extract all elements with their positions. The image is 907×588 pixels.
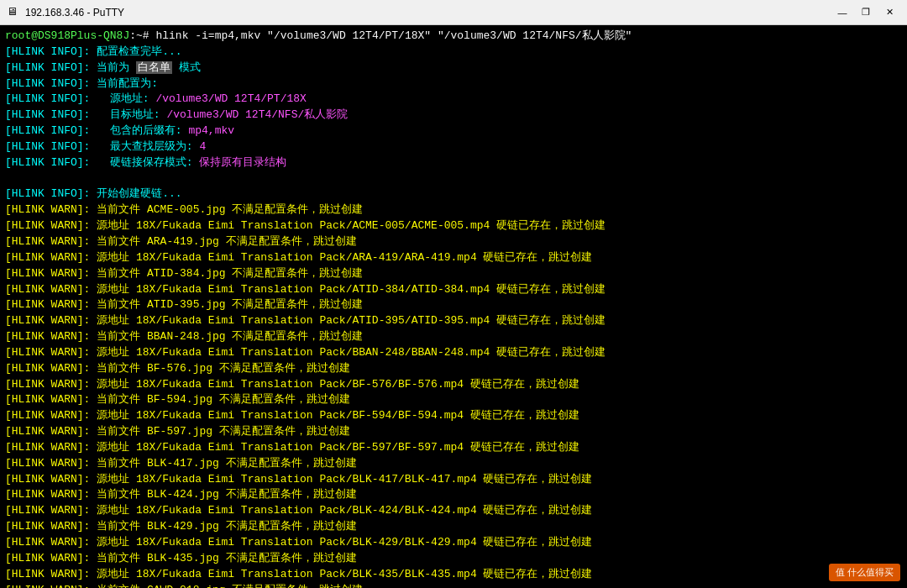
terminal-line: [HLINK WARN]: 源地址 18X/Fukada Eimi Transl… — [5, 567, 902, 583]
title-bar-left: 🖥 192.168.3.46 - PuTTY — [7, 6, 124, 19]
terminal-line: [HLINK WARN]: 源地址 18X/Fukada Eimi Transl… — [5, 218, 902, 234]
terminal-line: [HLINK WARN]: 当前文件 BF-576.jpg 不满足配置条件，跳过… — [5, 361, 902, 377]
terminal-line: [HLINK WARN]: 源地址 18X/Fukada Eimi Transl… — [5, 535, 902, 551]
terminal-line: [HLINK WARN]: 源地址 18X/Fukada Eimi Transl… — [5, 313, 902, 329]
title-bar: 🖥 192.168.3.46 - PuTTY — ❐ ✕ — [0, 0, 907, 25]
terminal-line: [HLINK WARN]: 源地址 18X/Fukada Eimi Transl… — [5, 377, 902, 393]
terminal-line: [HLINK INFO]: 配置检查完毕... — [5, 45, 902, 60]
terminal-line: [HLINK INFO]: 当前为 白名单 模式 — [5, 60, 902, 76]
terminal-line: [HLINK INFO]: 目标地址: /volume3/WD 12T4/NFS… — [5, 108, 902, 123]
terminal-line: [HLINK WARN]: 当前文件 BF-597.jpg 不满足配置条件，跳过… — [5, 424, 902, 440]
putty-icon: 🖥 — [7, 6, 20, 19]
terminal-line: [HLINK WARN]: 当前文件 BLK-417.jpg 不满足配置条件，跳… — [5, 456, 902, 472]
terminal-line: [HLINK WARN]: 当前文件 BLK-429.jpg 不满足配置条件，跳… — [5, 519, 902, 535]
terminal-line: [HLINK INFO]: 最大查找层级为: 4 — [5, 139, 902, 155]
minimize-button[interactable]: — — [831, 3, 853, 22]
terminal-line: [HLINK WARN]: 源地址 18X/Fukada Eimi Transl… — [5, 503, 902, 519]
terminal-line: [HLINK WARN]: 源地址 18X/Fukada Eimi Transl… — [5, 472, 902, 488]
terminal-line — [5, 171, 902, 187]
terminal-line: [HLINK WARN]: 当前文件 ATID-395.jpg 不满足配置条件，… — [5, 297, 902, 313]
terminal-line: [HLINK WARN]: 源地址 18X/Fukada Eimi Transl… — [5, 345, 902, 361]
terminal-line: [HLINK WARN]: 当前文件 ARA-419.jpg 不满足配置条件，跳… — [5, 234, 902, 250]
terminal-window[interactable]: root@DS918Plus-QN8J:~# hlink -i=mp4,mkv … — [0, 25, 907, 588]
terminal-line: [HLINK WARN]: 源地址 18X/Fukada Eimi Transl… — [5, 282, 902, 298]
terminal-line: [HLINK WARN]: 当前文件 BBAN-248.jpg 不满足配置条件，… — [5, 329, 902, 345]
window-title: 192.168.3.46 - PuTTY — [25, 7, 124, 18]
terminal-line: [HLINK INFO]: 当前配置为: — [5, 76, 902, 92]
terminal-line: [HLINK WARN]: 当前文件 ACME-005.jpg 不满足配置条件，… — [5, 202, 902, 218]
terminal-line: [HLINK WARN]: 当前文件 BF-594.jpg 不满足配置条件，跳过… — [5, 392, 902, 408]
terminal-line: [HLINK WARN]: 当前文件 BLK-424.jpg 不满足配置条件，跳… — [5, 487, 902, 503]
close-button[interactable]: ✕ — [878, 3, 900, 22]
terminal-line: [HLINK WARN]: 源地址 18X/Fukada Eimi Transl… — [5, 408, 902, 424]
terminal-line: [HLINK INFO]: 开始创建硬链... — [5, 186, 902, 202]
terminal-line: [HLINK WARN]: 当前文件 CAWD-018.jpg 不满足配置条件，… — [5, 583, 902, 588]
window-controls: — ❐ ✕ — [831, 3, 900, 22]
terminal-line: [HLINK INFO]: 源地址: /volume3/WD 12T4/PT/1… — [5, 92, 902, 108]
terminal-prompt: root@DS918Plus-QN8J:~# hlink -i=mp4,mkv … — [5, 29, 902, 45]
terminal-line: [HLINK INFO]: 包含的后缀有: mp4,mkv — [5, 123, 902, 139]
terminal-line: [HLINK WARN]: 当前文件 ATID-384.jpg 不满足配置条件，… — [5, 266, 902, 282]
terminal-line: [HLINK WARN]: 源地址 18X/Fukada Eimi Transl… — [5, 440, 902, 456]
terminal-line: [HLINK WARN]: 源地址 18X/Fukada Eimi Transl… — [5, 250, 902, 266]
maximize-button[interactable]: ❐ — [855, 3, 877, 22]
terminal-line: [HLINK WARN]: 当前文件 BLK-435.jpg 不满足配置条件，跳… — [5, 551, 902, 567]
terminal-line: [HLINK INFO]: 硬链接保存模式: 保持原有目录结构 — [5, 155, 902, 171]
